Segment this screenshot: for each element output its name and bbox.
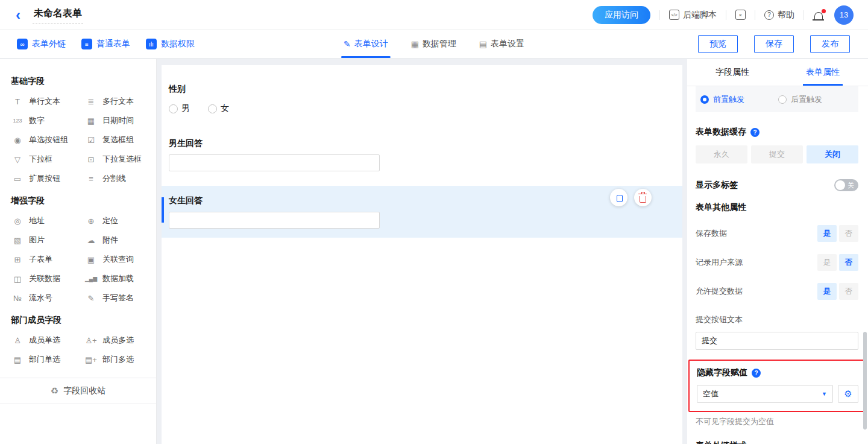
sidebar-item-multi-line-text[interactable]: ≣多行文本 — [83, 92, 146, 111]
female-answer-input[interactable] — [169, 212, 380, 229]
record-user-source-yes-button[interactable]: 是 — [817, 254, 837, 271]
allow-submit-no-button[interactable]: 否 — [839, 283, 858, 300]
dropdown-icon: ▽ — [11, 155, 24, 164]
save-data-yes-button[interactable]: 是 — [817, 225, 837, 242]
help-button[interactable]: ? 帮助 — [764, 10, 794, 21]
allow-submit-yes-button[interactable]: 是 — [817, 283, 837, 300]
field-male-answer[interactable]: 男生回答 — [162, 138, 682, 171]
field-recycle-bin-button[interactable]: ♻ 字段回收站 — [0, 378, 156, 404]
sidebar-item-signature[interactable]: ✎手写签名 — [83, 288, 146, 308]
radio-pre-trigger[interactable]: 前置触发 — [700, 94, 744, 105]
tab-form-design[interactable]: ✎ 表单设计 — [344, 30, 388, 58]
submit-button-text-input[interactable] — [696, 332, 858, 350]
sidebar-item-image[interactable]: ▧图片 — [10, 230, 83, 250]
recycle-icon: ♻ — [51, 385, 58, 396]
back-icon[interactable]: ‹ — [16, 9, 20, 21]
form-title[interactable]: 未命名表单 — [33, 6, 83, 24]
sidebar-item-member-single[interactable]: ♙成员单选 — [10, 331, 83, 350]
question-icon[interactable]: ? — [750, 128, 760, 137]
preview-button[interactable]: 预览 — [698, 35, 738, 53]
item-label: 下拉复选框 — [102, 154, 142, 165]
sidebar-item-dept-single[interactable]: ▤部门单选 — [10, 350, 83, 369]
sidebar-item-checkbox-group[interactable]: ☑复选框组 — [83, 130, 146, 150]
sidebar-item-serial-number[interactable]: №流水号 — [10, 288, 83, 308]
hidden-field-settings-button[interactable]: ⚙ — [838, 385, 858, 403]
avatar[interactable]: 13 — [834, 5, 854, 25]
record-user-source-no-button[interactable]: 否 — [839, 254, 858, 271]
normal-form-button[interactable]: ≡ 普通表单 — [81, 39, 130, 49]
canvas-fields: 性别 男 女 男生回答 女生回答 — [162, 65, 682, 238]
field-female-answer-selected[interactable]: 女生回答 — [162, 186, 682, 238]
sidebar-item-dept-multi[interactable]: ▤+部门多选 — [83, 350, 146, 369]
external-link-style-title: 表单外链样式 — [696, 440, 746, 444]
data-management-icon: ▦ — [411, 39, 419, 49]
tab-form-properties[interactable]: 表单属性 — [778, 59, 868, 86]
form-external-link-button[interactable]: ∞ 表单外链 — [17, 39, 66, 49]
image-icon: ▧ — [11, 236, 24, 245]
radio-option-male-label: 男 — [181, 103, 190, 114]
tab-form-settings-label: 表单设置 — [491, 39, 524, 49]
properties-panel: 字段属性 表单属性 前置触发 后置触发 表单数据缓存 ? 永久 提交 关闭 显示… — [687, 59, 868, 444]
gear-icon: ⚙ — [844, 388, 852, 399]
field-gender[interactable]: 性别 男 女 — [162, 84, 682, 114]
tab-field-properties[interactable]: 字段属性 — [687, 59, 778, 86]
multi-tab-toggle[interactable]: 关 — [834, 179, 858, 191]
sidebar-item-radio-group[interactable]: ◉单选按钮组 — [10, 130, 83, 150]
save-data-no-button[interactable]: 否 — [839, 225, 858, 242]
save-data-label: 保存数据 — [696, 228, 817, 239]
sidebar-item-data-load[interactable]: ▁▄▆数据加载 — [83, 269, 146, 288]
enhanced-fields-grid: ◎地址 ⊕定位 ▧图片 ☁附件 ⊞子表单 ▣关联查询 ◫关联数据 ▁▄▆数据加载… — [10, 211, 146, 308]
sidebar-item-subform[interactable]: ⊞子表单 — [10, 250, 83, 269]
notifications-button[interactable] — [813, 10, 825, 19]
sidebar-item-divider[interactable]: ≡分割线 — [83, 169, 146, 188]
sidebar-item-extend-button[interactable]: ▭扩展按钮 — [10, 169, 83, 188]
sidebar-item-single-line-text[interactable]: T单行文本 — [10, 92, 83, 111]
cache-option-submit[interactable]: 提交 — [751, 145, 803, 163]
backend-script-button[interactable]: </> 后端脚本 — [669, 10, 717, 21]
radio-option-female[interactable]: 女 — [208, 103, 229, 114]
radio-post-trigger[interactable]: 后置触发 — [778, 94, 822, 105]
bar-chart-icon: ılı — [146, 39, 157, 49]
sidebar-item-member-multi[interactable]: ♙+成员多选 — [83, 331, 146, 350]
hidden-field-value-select[interactable]: 空值 ▼ — [697, 385, 833, 403]
question-icon[interactable]: ? — [752, 369, 761, 378]
selection-bar — [162, 197, 164, 223]
copy-field-button[interactable] — [610, 189, 627, 206]
cache-option-close[interactable]: 关闭 — [807, 145, 858, 163]
item-label: 分割线 — [102, 173, 126, 184]
data-permission-label: 数据权限 — [161, 39, 195, 49]
sidebar-item-location[interactable]: ⊕定位 — [83, 211, 146, 230]
sidebar-item-number[interactable]: 123数字 — [10, 111, 83, 130]
sidebar-item-attachment[interactable]: ☁附件 — [83, 230, 146, 250]
cache-option-forever[interactable]: 永久 — [696, 145, 747, 163]
sidebar-item-select[interactable]: ▽下拉框 — [10, 150, 83, 169]
delete-field-button[interactable] — [634, 189, 652, 206]
tab-form-settings[interactable]: ▤ 表单设置 — [479, 30, 524, 58]
sidebar-item-address[interactable]: ◎地址 — [10, 211, 83, 230]
radio-group-icon: ◉ — [11, 136, 24, 145]
sidebar-item-lookup-query[interactable]: ▣关联查询 — [83, 250, 146, 269]
male-answer-input[interactable] — [169, 154, 380, 171]
separator — [726, 10, 726, 20]
item-label: 地址 — [29, 215, 45, 226]
checkbox-group-icon: ☑ — [84, 136, 98, 145]
other-properties-title: 表单其他属性 — [696, 202, 746, 213]
publish-button[interactable]: 发布 — [810, 35, 850, 53]
radio-option-male[interactable]: 男 — [169, 103, 190, 114]
post-trigger-label: 后置触发 — [791, 94, 822, 105]
tab-data-management[interactable]: ▦ 数据管理 — [411, 30, 456, 58]
sidebar-item-datetime[interactable]: ▦日期时间 — [83, 111, 146, 130]
dept-single-icon: ▤ — [11, 355, 24, 364]
linked-data-icon: ◫ — [11, 274, 24, 284]
item-label: 数字 — [29, 115, 45, 126]
sidebar-item-multi-select[interactable]: ⊡下拉复选框 — [83, 150, 146, 169]
data-permission-button[interactable]: ılı 数据权限 — [146, 39, 195, 49]
allow-submit-label: 允许提交数据 — [696, 286, 817, 297]
app-access-button[interactable]: 应用访问 — [593, 6, 650, 24]
panel-scrollbar-thumb[interactable] — [863, 332, 867, 430]
header-actions: 应用访问 </> 后端脚本 ʀ ? 帮助 13 — [593, 5, 854, 25]
sidebar-item-linked-data[interactable]: ◫关联数据 — [10, 269, 83, 288]
save-button[interactable]: 保存 — [754, 35, 794, 53]
contacts-button[interactable]: ʀ — [735, 10, 746, 20]
item-label: 扩展按钮 — [29, 173, 60, 184]
